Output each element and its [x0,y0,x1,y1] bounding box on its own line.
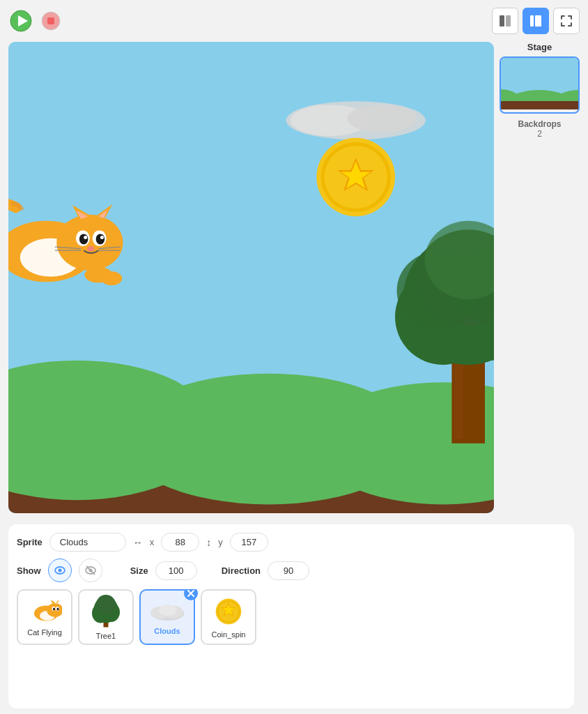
svg-point-75 [96,595,116,614]
svg-point-34 [56,215,123,271]
sprite-thumb-label-clouds: Clouds [154,627,180,635]
show-label: Show [17,565,41,576]
top-bar-right [492,8,580,34]
direction-label: Direction [222,565,261,576]
backdrops-count: 2 [500,129,580,139]
svg-point-44 [100,236,104,239]
sprite-panel: Sprite x y Show [8,524,574,708]
bottom-panel: Sprite x y Show [0,519,588,714]
top-bar [0,0,588,42]
small-stage-button[interactable] [492,8,518,34]
sprite-thumb-label-coin-spin: Coin_spin [212,630,246,639]
backdrops-label: Backdrops [500,119,580,129]
stage-thumbnail[interactable] [500,56,580,114]
green-flag-button[interactable] [8,8,33,33]
svg-point-58 [58,569,61,572]
sprite-thumb-label-cat-flying: Cat Flying [27,628,62,637]
sprite-options-row: Show Size [17,559,566,582]
svg-rect-3 [47,17,54,24]
svg-point-81 [159,605,176,616]
sprite-thumb-label-tree1: Tree1 [96,632,116,640]
delete-clouds-button[interactable] [184,589,198,600]
sprite-name-row: Sprite x y [17,533,566,552]
direction-input[interactable] [268,561,309,580]
top-bar-left [8,8,61,33]
svg-point-43 [84,236,87,239]
show-visible-button[interactable] [48,559,72,582]
svg-rect-56 [501,101,578,109]
y-label: y [218,537,223,547]
svg-rect-5 [506,15,511,26]
svg-point-45 [87,246,94,252]
svg-point-11 [347,105,417,132]
x-arrow-icon [133,536,143,549]
fullscreen-button[interactable] [553,8,580,34]
svg-marker-66 [56,600,60,604]
svg-point-70 [57,608,59,611]
sprite-label: Sprite [17,537,42,547]
size-label: Size [130,565,148,576]
stop-button[interactable] [40,10,61,31]
svg-rect-7 [535,15,541,26]
svg-point-41 [79,234,88,244]
sprite-list: Cat Flying Tree1 [17,589,566,645]
main-container: Stage Backdrops 2 Sprite [0,0,588,714]
sprite-name-input[interactable] [49,533,126,552]
stage-wrapper: Stage Backdrops 2 [0,42,588,519]
x-label: x [150,537,155,547]
size-input[interactable] [155,561,197,580]
y-input[interactable] [230,533,268,552]
backdrops-section: Backdrops 2 [500,119,580,139]
show-hidden-button[interactable] [79,559,102,582]
stage-sidebar: Stage Backdrops 2 [500,42,580,513]
stage-label: Stage [500,42,580,52]
y-arrow-icon [206,536,211,549]
sprite-thumb-coin-spin[interactable]: Coin_spin [201,589,256,645]
large-stage-button[interactable] [523,8,549,34]
svg-rect-4 [500,15,504,26]
x-input[interactable] [161,533,199,552]
game-canvas [8,42,494,513]
sprite-thumb-clouds[interactable]: Clouds [139,589,195,645]
svg-point-69 [53,608,55,611]
sprite-thumb-tree1[interactable]: Tree1 [78,589,134,645]
svg-point-42 [96,234,105,244]
svg-rect-6 [530,15,534,26]
svg-point-51 [101,271,122,285]
sprite-thumb-cat-flying[interactable]: Cat Flying [17,589,72,645]
